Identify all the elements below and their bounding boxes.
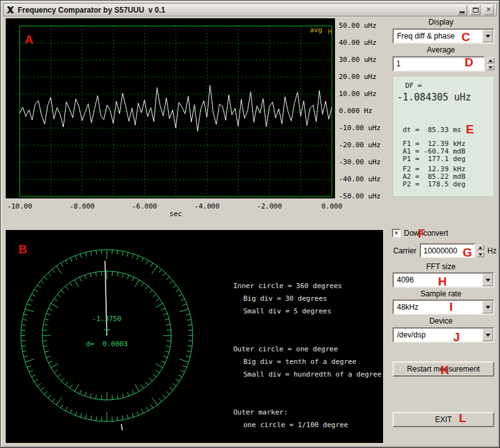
display-combo-value: Freq diff & phase — [394, 30, 482, 42]
fft-size-label: FFT size — [387, 262, 494, 271]
maximize-button[interactable] — [470, 5, 480, 15]
chevron-down-icon — [485, 35, 491, 38]
chevron-down-icon — [485, 334, 491, 337]
device-combo-arrow-button[interactable] — [482, 329, 493, 341]
average-spin-down-button[interactable] — [487, 64, 494, 70]
arrow-up-icon — [489, 59, 492, 62]
arrow-down-icon — [489, 66, 492, 69]
sample-rate-combo[interactable]: 48kHz — [393, 300, 494, 315]
y-tick-label: 50.00 uHz — [339, 21, 388, 30]
y-tick-label: -20.00 uHz — [339, 141, 388, 149]
sample-rate-combo-arrow-button[interactable] — [482, 301, 493, 313]
df-label: DF = — [405, 82, 422, 90]
device-combo[interactable]: /dev/dsp — [393, 327, 494, 342]
y-tick-label: -30.00 uHz — [339, 158, 388, 166]
maximize-icon — [473, 8, 479, 13]
close-button[interactable]: ✕ — [484, 5, 494, 15]
y-tick-label: 0.000 Hz — [339, 107, 388, 115]
average-spin-up-button[interactable] — [487, 58, 494, 63]
h-legend-label: H — [327, 28, 332, 36]
dial-legend-line: Big div = 30 degrees — [243, 294, 327, 303]
downconvert-label: Downconvert — [404, 229, 448, 238]
fft-combo-arrow-button[interactable] — [482, 274, 493, 286]
device-label: Device — [387, 317, 494, 325]
y-tick-label: 40.00 uHz — [339, 39, 388, 47]
dial-legend-line: Small div = hundredth of a degree — [243, 370, 382, 378]
titlebar[interactable]: Frequency Comparator by S57UUU v 0.1 ✕ — [3, 3, 497, 16]
y-tick-label: 30.00 uHz — [339, 56, 388, 64]
chevron-down-icon — [485, 279, 491, 282]
fft-size-combo[interactable]: 4096 — [393, 272, 494, 288]
average-label: Average — [387, 45, 494, 54]
dial-legend-line: one circle = 1/100 degree — [243, 421, 348, 429]
y-tick-label: 20.00 uHz — [339, 73, 388, 81]
dial-legend-line: Small div = 5 degrees — [243, 307, 331, 315]
sample-rate-combo-value: 48kHz — [394, 301, 482, 313]
close-icon: ✕ — [486, 7, 491, 13]
arrow-up-icon — [479, 246, 482, 249]
carrier-input[interactable] — [420, 243, 475, 258]
plot-canvas: avg H — [6, 18, 335, 198]
dial-legend-line: Inner circle = 360 degrees — [233, 282, 342, 290]
chevron-down-icon — [485, 306, 491, 309]
app-window: Frequency Comparator by S57UUU v 0.1 ✕ a… — [0, 0, 500, 448]
x11-logo-icon — [6, 6, 15, 14]
downconvert-checkbox[interactable]: ✕ — [392, 229, 401, 238]
dial-legend: Inner circle = 360 degreesBig div = 30 d… — [6, 230, 383, 443]
carrier-spin-up-button[interactable] — [477, 245, 484, 250]
readout-line: P1 = 177.1 deg — [403, 155, 465, 163]
minimize-button[interactable] — [457, 5, 467, 15]
minimize-icon — [460, 11, 465, 13]
dial-legend-line: Outer marker: — [233, 408, 288, 416]
average-spinbox — [393, 56, 494, 71]
display-combo-arrow-button[interactable] — [482, 30, 493, 42]
window-title: Frequency Comparator by S57UUU v 0.1 — [18, 6, 165, 15]
arrow-down-icon — [479, 253, 482, 256]
average-input[interactable] — [393, 56, 485, 71]
phase-dial-panel: -1.3750 d= 0.0003 Inner circle = 360 deg… — [6, 230, 383, 443]
downconvert-row: ✕ Downconvert — [392, 229, 448, 238]
exit-button[interactable]: EXIT — [393, 412, 494, 427]
readout-line: P2 = 178.5 deg — [403, 180, 465, 188]
measurement-readout-panel: DF = -1.084305 uHz dt = 85.33 msF1 = 12.… — [393, 76, 494, 197]
device-combo-value: /dev/dsp — [394, 329, 482, 341]
restart-measurement-button[interactable]: Restart measurement — [393, 361, 494, 377]
y-tick-label: -10.00 uHz — [339, 124, 388, 132]
carrier-unit-label: Hz — [487, 246, 497, 255]
x-axis-unit-label: sec — [20, 210, 332, 218]
y-tick-label: -40.00 uHz — [339, 175, 388, 183]
carrier-spin-down-button[interactable] — [477, 251, 484, 257]
dial-legend-line: Outer circle = one degree — [233, 345, 338, 353]
sample-rate-label: Sample rate — [387, 289, 494, 298]
carrier-spin-buttons — [477, 244, 484, 258]
fft-size-combo-value: 4096 — [394, 274, 482, 286]
frequency-plot-svg — [6, 18, 335, 198]
y-axis-labels: 50.00 uHz40.00 uHz30.00 uHz20.00 uHz10.0… — [339, 18, 388, 208]
display-label: Display — [387, 18, 494, 27]
avg-legend-label: avg — [310, 26, 322, 34]
frequency-plot-panel: avg H 50.00 uHz40.00 uHz30.00 uHz20.00 u… — [6, 18, 383, 224]
readout-line: dt = 85.33 ms — [403, 126, 461, 134]
dial-legend-line: Big div = tenth of a degree — [243, 358, 357, 366]
carrier-label: Carrier — [393, 246, 417, 255]
y-tick-label: 10.00 uHz — [339, 90, 388, 98]
df-value: -1.084305 uHz — [397, 92, 471, 103]
display-combo[interactable]: Freq diff & phase — [393, 28, 494, 44]
average-spin-buttons — [487, 56, 494, 71]
y-tick-label: -50.00 uHz — [339, 192, 388, 200]
